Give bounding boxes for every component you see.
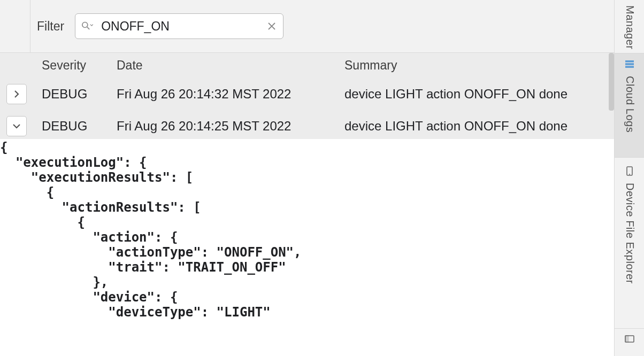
filter-bar: Filter xyxy=(30,0,614,53)
sidebar-tab-label: Manager xyxy=(624,5,636,49)
svg-rect-10 xyxy=(625,336,628,342)
search-field[interactable] xyxy=(75,13,283,39)
search-input[interactable] xyxy=(96,19,266,34)
svg-line-1 xyxy=(87,27,89,29)
chevron-right-icon xyxy=(12,87,21,102)
sidebar-tab-cloud-logs[interactable]: Cloud Logs xyxy=(615,53,644,158)
cell-summary: device LIGHT action ONOFF_ON done xyxy=(344,87,614,102)
collapse-toggle-button[interactable] xyxy=(6,116,27,136)
column-header-severity[interactable]: Severity xyxy=(42,58,117,73)
column-header-date[interactable]: Date xyxy=(117,58,344,73)
svg-rect-6 xyxy=(625,66,634,68)
cell-date: Fri Aug 26 20:14:25 MST 2022 xyxy=(117,119,344,134)
sidebar-tab-extra[interactable] xyxy=(615,328,644,356)
log-viewer-main: Filter Severity Date Summary xyxy=(0,0,614,356)
log-json-detail[interactable]: { "executionLog": { "executionResults": … xyxy=(0,139,614,320)
cell-severity: DEBUG xyxy=(42,119,117,134)
clear-search-icon[interactable] xyxy=(266,20,278,32)
log-row[interactable]: DEBUG Fri Aug 26 20:14:32 MST 2022 devic… xyxy=(0,78,614,110)
search-icon[interactable] xyxy=(81,21,94,32)
right-tool-sidebar: Manager Cloud Logs Device File Explorer xyxy=(614,0,644,356)
column-header-summary[interactable]: Summary xyxy=(344,58,614,73)
sidebar-tab-label: Cloud Logs xyxy=(624,76,636,133)
svg-rect-4 xyxy=(625,60,634,63)
chevron-down-icon xyxy=(12,119,21,134)
left-gutter xyxy=(0,0,30,53)
log-table-header: Severity Date Summary xyxy=(0,53,614,78)
cell-date: Fri Aug 26 20:14:32 MST 2022 xyxy=(117,87,344,102)
cell-severity: DEBUG xyxy=(42,87,117,102)
sidebar-tab-label: Device File Explorer xyxy=(624,183,636,284)
panel-icon xyxy=(624,334,635,347)
svg-point-0 xyxy=(82,22,88,28)
device-icon xyxy=(624,166,635,179)
expand-toggle-button[interactable] xyxy=(6,84,27,104)
sidebar-tab-manager[interactable]: Manager xyxy=(615,0,644,52)
scrollbar-thumb[interactable] xyxy=(609,53,614,111)
cloud-logs-icon xyxy=(624,59,635,72)
svg-rect-5 xyxy=(625,63,634,65)
log-row[interactable]: DEBUG Fri Aug 26 20:14:25 MST 2022 devic… xyxy=(0,110,614,142)
sidebar-tab-device-file-explorer[interactable]: Device File Explorer xyxy=(615,160,644,324)
filter-label: Filter xyxy=(37,19,64,34)
cell-summary: device LIGHT action ONOFF_ON done xyxy=(344,119,614,134)
